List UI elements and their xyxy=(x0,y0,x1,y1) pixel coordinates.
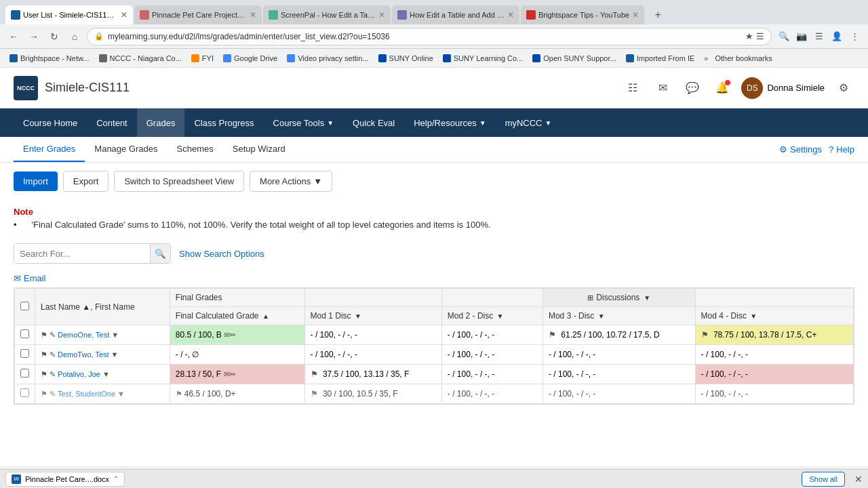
row0-expand-icon[interactable]: ▼ xyxy=(111,331,119,339)
bookmark-8[interactable]: Imported From IE xyxy=(623,53,698,64)
mod4-disc-header[interactable]: Mod 4 - Disc ▼ xyxy=(695,307,853,325)
row0-mod4-value[interactable]: 78.75 / 100, 13.78 / 17.5, C+ xyxy=(713,330,816,340)
row3-mod4[interactable]: - / 100, - / -, - xyxy=(695,384,853,404)
browser-tab-4[interactable]: Brightspace Tips - YouTube ✕ xyxy=(521,5,644,24)
row3-name[interactable]: Test, StudentOne xyxy=(58,390,115,398)
reload-button[interactable]: ↻ xyxy=(46,28,62,45)
tab-close-4-icon[interactable]: ✕ xyxy=(632,10,639,20)
grid-icon[interactable]: ☷ xyxy=(622,77,644,99)
profile-icon[interactable]: 👤 xyxy=(829,28,845,45)
row0-checkbox-cell[interactable] xyxy=(15,325,35,345)
tab-close-2-icon[interactable]: ✕ xyxy=(378,10,385,20)
tab-close-1-icon[interactable]: ✕ xyxy=(250,10,256,20)
row2-mod2[interactable]: - / 100, - / -, - xyxy=(441,365,542,384)
nav-quick-eval[interactable]: Quick Eval xyxy=(343,108,404,137)
browser-tab-1[interactable]: Pinnacle Pet Care Project 1 ... ✕ xyxy=(134,5,262,24)
settings-link[interactable]: ⚙ Settings xyxy=(779,144,822,155)
back-button[interactable]: ← xyxy=(5,28,22,45)
tab-manage-grades[interactable]: Manage Grades xyxy=(85,137,167,162)
nav-content[interactable]: Content xyxy=(87,108,137,137)
nav-course-tools[interactable]: Course Tools ▼ xyxy=(264,108,344,137)
row1-mod4[interactable]: - / 100, - / -, - xyxy=(695,345,853,365)
home-button[interactable]: ⌂ xyxy=(66,28,83,45)
row1-name[interactable]: DemoTwo, Test xyxy=(58,350,109,359)
row3-mod2[interactable]: - / 100, - / -, - xyxy=(441,384,542,404)
row2-checkbox[interactable] xyxy=(20,369,29,378)
nav-course-home[interactable]: Course Home xyxy=(14,108,87,137)
row1-mod3[interactable]: - / 100, - / -, - xyxy=(542,345,695,365)
row1-final-grade[interactable]: - / -, ∅ xyxy=(170,345,304,365)
row3-mod1-value[interactable]: 30 / 100, 10.5 / 35, F xyxy=(323,389,398,399)
row0-mod2[interactable]: - / 100, - / -, - xyxy=(441,325,542,345)
row0-mod4-flag-icon[interactable]: ⚑ xyxy=(701,330,709,340)
file-chevron-icon[interactable]: ⌃ xyxy=(113,475,119,483)
discussions-chevron-icon[interactable]: ▼ xyxy=(644,294,650,302)
row2-checkbox-cell[interactable] xyxy=(15,365,35,384)
import-button[interactable]: Import xyxy=(14,171,58,191)
row2-mod1-flag-icon[interactable]: ⚑ xyxy=(311,369,318,379)
row3-mod1-flag-icon[interactable]: ⚑ xyxy=(311,389,318,399)
nav-grades[interactable]: Grades xyxy=(137,108,185,137)
bookmark-9[interactable]: Other bookmarks xyxy=(712,53,774,64)
grades-table-wrapper[interactable]: Last Name ▲, First Name Final Grades ⊞ D… xyxy=(14,287,854,405)
row0-chart-icon[interactable]: ✎ xyxy=(50,331,56,340)
more-bookmarks-icon[interactable]: » xyxy=(704,54,708,62)
tab-schemes[interactable]: Schemes xyxy=(167,137,223,162)
row1-checkbox-cell[interactable] xyxy=(15,345,35,365)
export-button[interactable]: Export xyxy=(63,171,109,192)
bookmark-0[interactable]: Brightspace - Netw... xyxy=(7,53,92,64)
nav-class-progress[interactable]: Class Progress xyxy=(184,108,263,137)
row0-flag-icon[interactable]: ⚑ xyxy=(41,331,47,340)
address-bar[interactable]: 🔒 mylearning.suny.edu/d2l/lms/grades/adm… xyxy=(87,28,772,45)
row3-checkbox-cell[interactable] xyxy=(15,384,35,404)
name-column-header[interactable]: Last Name ▲, First Name xyxy=(35,289,170,325)
row0-name[interactable]: DemoOne, Test xyxy=(58,331,109,339)
mod2-sort-icon[interactable]: ▼ xyxy=(497,312,504,320)
extensions-icon[interactable]: ☰ xyxy=(756,31,764,41)
row0-mod3-value[interactable]: 61.25 / 100, 10.72 / 17.5, D xyxy=(561,330,659,340)
mod1-sort-icon[interactable]: ▼ xyxy=(355,312,361,320)
bookmark-2[interactable]: FYI xyxy=(189,53,216,64)
screenshare-icon[interactable]: 📷 xyxy=(793,28,810,45)
mod3-disc-header[interactable]: Mod 3 - Disc ▼ xyxy=(542,307,695,325)
show-search-options-link[interactable]: Show Search Options xyxy=(179,249,264,259)
row2-name[interactable]: Potalivo, Joe xyxy=(58,370,100,378)
tab-close-icon[interactable]: ✕ xyxy=(121,10,127,20)
row3-mod3[interactable]: - / 100, - / -, - xyxy=(542,384,695,404)
notifications-icon[interactable]: 🔔 xyxy=(711,77,733,99)
bookmark-4[interactable]: Video privacy settin... xyxy=(284,53,371,64)
downloaded-file[interactable]: W Pinnacle Pet Care....docx ⌃ xyxy=(5,472,125,487)
row1-flag-icon[interactable]: ⚑ xyxy=(41,350,47,359)
gear-icon[interactable]: ⚙ xyxy=(833,77,854,99)
row0-final-grade[interactable]: 80.5 / 100, B ✉✏ xyxy=(170,325,304,345)
row0-mod3-flag-icon[interactable]: ⚑ xyxy=(549,330,556,340)
bookmark-5[interactable]: SUNY Online xyxy=(376,53,436,64)
row1-mod2[interactable]: - / 100, - / -, - xyxy=(441,345,542,365)
user-avatar[interactable]: DS Donna Simiele xyxy=(741,77,825,99)
mod3-sort-icon[interactable]: ▼ xyxy=(598,312,605,320)
row2-chart-icon[interactable]: ✎ xyxy=(50,370,56,379)
row1-expand-icon[interactable]: ▼ xyxy=(111,350,119,359)
close-bottom-bar-icon[interactable]: ✕ xyxy=(854,474,863,485)
row3-expand-icon[interactable]: ▼ xyxy=(117,390,125,398)
email-link[interactable]: ✉ Email xyxy=(14,273,46,283)
mod1-disc-header[interactable]: Mod 1 Disc ▼ xyxy=(304,307,441,325)
row0-checkbox[interactable] xyxy=(20,329,29,338)
row2-mod4[interactable]: - / 100, - / -, - xyxy=(695,365,853,384)
nav-mynccc[interactable]: myNCCC ▼ xyxy=(496,108,561,137)
row2-mod3[interactable]: - / 100, - / -, - xyxy=(542,365,695,384)
show-all-button[interactable]: Show all xyxy=(802,472,845,487)
row2-flag-icon[interactable]: ⚑ xyxy=(41,370,47,379)
row3-chart-icon[interactable]: ✎ xyxy=(50,390,56,399)
star-icon[interactable]: ★ xyxy=(745,31,753,41)
row1-checkbox[interactable] xyxy=(20,349,29,358)
row1-mod1[interactable]: - / 100, - / -, - xyxy=(304,345,441,365)
help-link[interactable]: ? Help xyxy=(829,144,854,155)
row3-checkbox[interactable] xyxy=(20,388,29,397)
tab-enter-grades[interactable]: Enter Grades xyxy=(14,137,85,162)
tab-close-3-icon[interactable]: ✕ xyxy=(507,10,514,20)
row3-final-grade[interactable]: ⚑ 46.5 / 100, D+ xyxy=(170,384,304,404)
row2-expand-icon[interactable]: ▼ xyxy=(102,370,110,378)
row3-flag-icon[interactable]: ⚑ xyxy=(41,390,47,399)
bookmark-3[interactable]: Google Drive xyxy=(220,53,280,64)
